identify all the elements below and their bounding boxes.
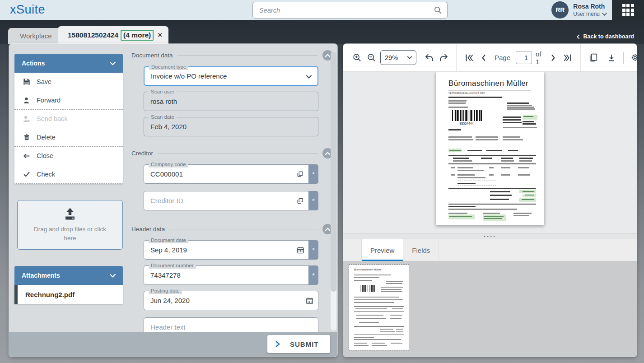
action-check[interactable]: Check <box>14 165 123 184</box>
page-thumbnail[interactable]: Büromaschinen Müller <box>349 265 409 350</box>
next-page-button[interactable] <box>546 50 560 65</box>
submit-button[interactable]: SUBMIT <box>267 335 330 353</box>
company-code-field[interactable]: Company code CC000001 * <box>144 164 318 184</box>
doc-text-line <box>507 105 532 106</box>
posting-date-field[interactable]: Posting date Jun 24, 2020 <box>144 291 318 310</box>
thumb-line <box>354 297 399 298</box>
section-creditor: Creditor <box>131 148 333 158</box>
chevron-down-icon <box>110 61 116 65</box>
thumb-line <box>396 331 403 332</box>
action-close[interactable]: Close <box>14 147 123 165</box>
scrollbar-thumb[interactable] <box>331 52 336 292</box>
form-scrollbar[interactable] <box>331 52 336 330</box>
doc-text-line <box>513 213 532 214</box>
calendar-icon[interactable] <box>306 297 313 304</box>
undo-button[interactable] <box>422 50 436 65</box>
chevron-down-icon <box>110 274 116 278</box>
global-search <box>252 2 448 19</box>
action-delete[interactable]: Delete <box>14 128 123 147</box>
doc-text-line <box>484 216 504 217</box>
document-preview-page[interactable]: Büromaschinen Müller VERTRIEBSGESELLSCHA… <box>436 72 544 225</box>
tab-fields[interactable]: Fields <box>403 239 439 261</box>
page-number-input[interactable] <box>516 51 532 64</box>
user-menu-label: User menu <box>573 11 600 17</box>
user-menu[interactable]: User menu <box>573 11 607 17</box>
action-forward[interactable]: Forward <box>14 91 123 110</box>
barcode-number: 88554444 <box>451 122 482 125</box>
thumb-rule <box>354 306 404 307</box>
doc-text-line <box>453 158 469 159</box>
user-name: Rosa Roth <box>573 3 607 10</box>
file-dropzone[interactable]: Drag and drop files or click here <box>17 200 123 250</box>
first-page-button[interactable] <box>462 50 476 65</box>
doc-text-line <box>490 199 509 200</box>
document-type-select[interactable]: Document type Invoice w/o PO reference <box>144 66 318 86</box>
chevron-down-icon[interactable] <box>306 72 312 80</box>
thumb-line <box>390 318 401 319</box>
main-content: Actions Save Forward Send back <box>0 44 644 363</box>
action-save[interactable]: Save <box>14 73 123 91</box>
creditor-id-field[interactable]: Creditor ID * <box>144 191 318 210</box>
section-title: Creditor <box>131 150 153 157</box>
doc-text-line <box>503 116 521 118</box>
zoom-in-button[interactable] <box>350 50 364 65</box>
calendar-icon[interactable] <box>297 246 304 254</box>
preview-splitter[interactable]: ···· <box>343 233 637 239</box>
doc-text-line <box>490 195 512 196</box>
required-marker: * <box>308 191 318 210</box>
previous-page-button[interactable] <box>476 50 491 65</box>
zoom-level-value: 29% <box>385 54 398 61</box>
document-date-field[interactable]: Document date Sep 4, 2019 * <box>144 240 318 260</box>
top-bar: xSuite RR Rosa Roth User menu <box>0 0 644 20</box>
apps-grid-button[interactable] <box>612 0 644 20</box>
attachments-box: Attachments Rechnung2.pdf <box>14 266 123 304</box>
thumb-line <box>380 329 393 330</box>
app-logo: xSuite <box>10 3 45 17</box>
last-page-button[interactable] <box>560 50 575 65</box>
tab-workplace[interactable]: Workplace <box>8 28 64 44</box>
thumb-line <box>392 308 403 309</box>
viewer-canvas: Büromaschinen Müller VERTRIEBSGESELLSCHA… <box>343 72 637 233</box>
field-value: CC000001 <box>150 165 183 183</box>
zoom-level-select[interactable]: 29% <box>380 50 416 65</box>
doc-text-line <box>457 186 496 186</box>
lookup-icon[interactable] <box>296 170 304 178</box>
action-label: Check <box>37 171 55 178</box>
table-rule <box>448 163 536 164</box>
lookup-icon[interactable] <box>296 197 304 205</box>
attachment-file[interactable]: Rechnung2.pdf <box>14 285 123 304</box>
search-input[interactable] <box>252 2 448 19</box>
attachments-header[interactable]: Attachments <box>14 266 123 285</box>
actions-box: Actions Save Forward Send back <box>14 54 123 184</box>
preview-tabs: Preview Fields <box>343 239 637 261</box>
action-label: Send back <box>37 115 68 122</box>
search-icon[interactable] <box>434 6 442 16</box>
more-documents-badge[interactable]: (4 more) <box>121 30 154 41</box>
tab-document[interactable]: 1580812502424 (4 more) × <box>58 26 168 44</box>
chevron-up-icon <box>325 152 330 155</box>
action-send-back[interactable]: Send back <box>14 110 123 128</box>
doc-text-line <box>481 158 492 159</box>
doc-text-line <box>457 183 476 184</box>
redo-button[interactable] <box>436 50 451 65</box>
doc-text-line <box>507 107 534 108</box>
back-to-dashboard-link[interactable]: Back to dashboard <box>577 33 634 40</box>
doc-text-line <box>451 174 455 176</box>
section-document-data: Document data <box>131 50 333 60</box>
download-icon[interactable] <box>604 50 619 65</box>
tab-close-icon[interactable]: × <box>158 31 162 39</box>
avatar[interactable]: RR <box>551 1 569 19</box>
zoom-out-button[interactable] <box>364 50 378 65</box>
tab-preview[interactable]: Preview <box>361 239 403 261</box>
check-icon <box>22 171 31 178</box>
header-text-field[interactable]: Header text <box>144 317 318 332</box>
field-value: Jun 24, 2020 <box>150 291 190 310</box>
doc-text-line <box>490 191 510 192</box>
chevron-right-icon <box>275 341 280 347</box>
viewer-toolbar: 29% Page of 1 <box>343 44 637 72</box>
actions-header[interactable]: Actions <box>14 54 123 73</box>
pages-view-button[interactable] <box>586 50 601 65</box>
viewer-settings-button[interactable] <box>628 50 637 65</box>
doc-text-line <box>523 191 534 192</box>
document-number-field[interactable]: Document number 74347278 * <box>144 265 318 285</box>
